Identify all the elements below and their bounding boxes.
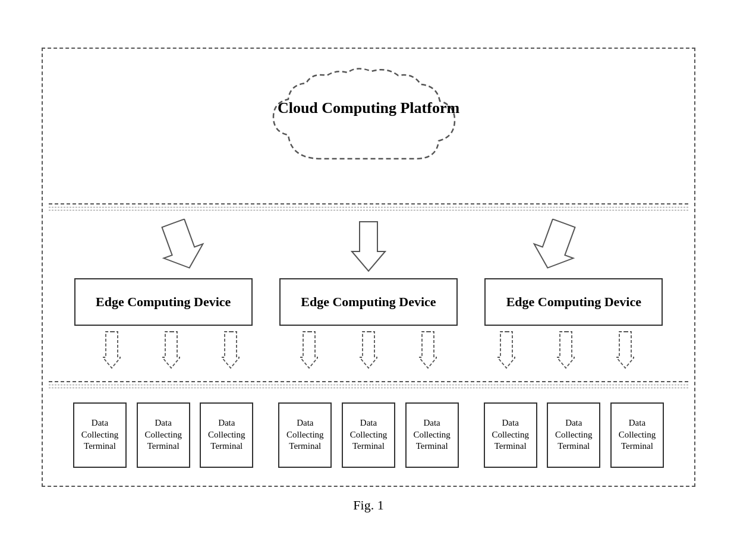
figure-label: Fig. 1	[353, 498, 383, 513]
up-arrows-group-1	[82, 331, 260, 369]
terminal-group-1: Data Collecting Terminal Data Collecting…	[68, 402, 259, 468]
svg-marker-11	[557, 332, 575, 368]
svg-marker-4	[103, 332, 121, 368]
up-arrow-6	[419, 331, 437, 369]
svg-marker-3	[532, 219, 579, 272]
terminal-1-3: Data Collecting Terminal	[200, 402, 253, 468]
up-arrow-7	[497, 331, 515, 369]
svg-marker-10	[497, 332, 515, 368]
edge-section: Edge Computing Device Edge Computing Dev…	[49, 213, 688, 382]
terminal-devices-row: Data Collecting Terminal Data Collecting…	[61, 402, 676, 468]
up-arrow-8	[557, 331, 575, 369]
svg-marker-6	[222, 332, 240, 368]
edge-device-1: Edge Computing Device	[74, 278, 253, 326]
terminal-3-3: Data Collecting Terminal	[610, 402, 664, 468]
cloud-shape	[262, 67, 475, 185]
up-arrow-5	[360, 331, 377, 369]
terminal-2-3: Data Collecting Terminal	[405, 402, 459, 468]
svg-marker-7	[300, 332, 318, 368]
cloud-label: Cloud Computing Platform	[278, 99, 459, 117]
terminal-section: Data Collecting Terminal Data Collecting…	[49, 391, 688, 480]
terminal-2-2: Data Collecting Terminal	[342, 402, 395, 468]
diagram-wrapper: Cloud Computing Platform	[42, 48, 695, 513]
svg-marker-1	[158, 219, 205, 272]
terminal-3-2: Data Collecting Terminal	[547, 402, 600, 468]
outer-container: Cloud Computing Platform	[42, 48, 695, 487]
terminal-arrows-row	[61, 331, 676, 369]
svg-marker-12	[616, 332, 634, 368]
terminal-2-1: Data Collecting Terminal	[278, 402, 332, 468]
cloud-to-edge-arrow-left	[158, 219, 205, 272]
edge-device-2: Edge Computing Device	[279, 278, 458, 326]
cloud-to-edge-arrow-center	[351, 219, 386, 272]
cloud-section: Cloud Computing Platform	[49, 55, 688, 205]
edge-device-3: Edge Computing Device	[484, 278, 663, 326]
up-arrow-2	[162, 331, 180, 369]
terminal-group-3: Data Collecting Terminal Data Collecting…	[478, 402, 669, 468]
cloud-to-edge-arrow-right	[532, 219, 579, 272]
separator-1	[49, 207, 688, 210]
terminal-group-2: Data Collecting Terminal Data Collecting…	[273, 402, 464, 468]
terminal-1-1: Data Collecting Terminal	[73, 402, 127, 468]
up-arrows-group-2	[279, 331, 458, 369]
cloud-arrows-row	[61, 219, 676, 272]
cloud-container: Cloud Computing Platform	[262, 67, 475, 185]
up-arrow-1	[103, 331, 121, 369]
terminal-1-2: Data Collecting Terminal	[137, 402, 190, 468]
up-arrows-group-3	[477, 331, 655, 369]
svg-marker-5	[162, 332, 180, 368]
edge-devices-row: Edge Computing Device Edge Computing Dev…	[61, 278, 676, 326]
svg-marker-8	[360, 332, 377, 368]
svg-marker-2	[352, 222, 385, 271]
terminal-3-1: Data Collecting Terminal	[484, 402, 537, 468]
up-arrow-9	[616, 331, 634, 369]
up-arrow-4	[300, 331, 318, 369]
svg-marker-9	[419, 332, 437, 368]
up-arrow-3	[222, 331, 240, 369]
separator-2	[49, 385, 688, 388]
